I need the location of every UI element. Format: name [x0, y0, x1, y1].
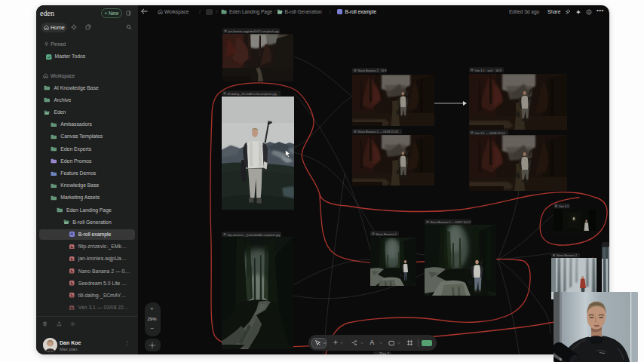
svg-text:Ven 3.1 · ver2 · 16:9: Ven 3.1 · ver2 · 16:9	[475, 69, 501, 72]
svg-text:Nano Banana 2 · 16:9: Nano Banana 2 · 16:9	[358, 69, 387, 72]
svg-text:Ven 3.1 — 03/08 22:54: Ven 3.1 — 03/08 22:54	[475, 131, 506, 135]
svg-text:till-dailng-_3CsmAYsc5b-unspla: till-dailng-_3CsmAYsc5b-unsplash.jpg	[228, 92, 277, 96]
svg-text:jan-kronies-wgpcbwDrVO-unsplas: jan-kronies-wgpcbwDrVO-unsplash.jpg	[228, 29, 279, 33]
svg-text:Nano Banana 2 — 03/07 10:17: Nano Banana 2 — 03/07 10:17	[431, 220, 471, 224]
svg-text:Nano Banana 2: Nano Banana 2	[376, 232, 397, 236]
svg-text:Nano Banana 2: Nano Banana 2	[557, 253, 577, 257]
svg-text:Ven 3.1: Ven 3.1	[559, 204, 569, 208]
svg-text:filip-zrnzevic-_QaIes0imMz-uns: filip-zrnzevic-_QaIes0imMz-unsplash.jpg	[228, 233, 281, 237]
svg-text:Nano Banana 2 — 03/08 22:45: Nano Banana 2 — 03/08 22:45	[358, 130, 399, 133]
